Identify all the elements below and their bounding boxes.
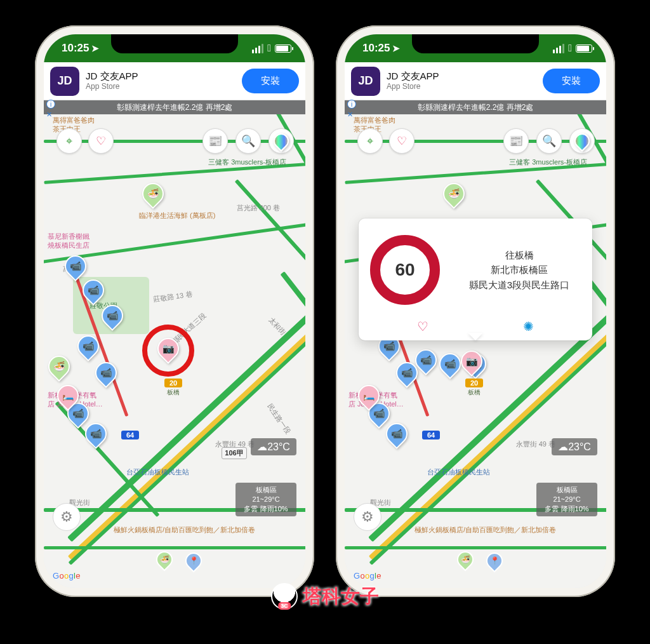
battery-icon	[275, 44, 291, 53]
weather-forecast-chip[interactable]: 板橋區 21~29°C 多雲 降雨10%	[536, 483, 597, 516]
map-label: 萬得富爸爸肉	[53, 116, 95, 125]
map-label: 極鮮火鍋板橋店/自助百匯吃到飽／新北加倍卷	[415, 526, 516, 535]
route-shield-20: 20 板橋	[465, 379, 483, 397]
google-logo: Google	[354, 571, 381, 580]
cctv-pin[interactable]: 📹	[95, 362, 117, 387]
map-label: 三健客 3musclers-板橋店	[208, 158, 286, 167]
ad-banner[interactable]: JD JD 交友APP App Store 安裝 i ✕	[44, 62, 305, 100]
cctv-pin[interactable]: 📹	[85, 423, 107, 448]
highlight-ring	[142, 325, 194, 377]
watermark: 塔科女子	[271, 583, 379, 610]
poi-food-pin[interactable]: 🍜	[142, 183, 164, 208]
news-button[interactable]: 📰	[503, 128, 529, 154]
phone-right: 10:25 ➤ 􀙇 JD JD 交友APP App Store 安裝 i ✕	[336, 25, 615, 597]
phone-left: 10:25 ➤ 􀙇 JD JD 交友APP App Store 安裝 i ✕	[35, 25, 314, 597]
cellular-icon	[252, 44, 263, 53]
wifi-icon: 􀙇	[568, 43, 572, 54]
weather-forecast-chip[interactable]: 板橋區 21~29°C 多雲 降雨10%	[235, 483, 296, 516]
news-button[interactable]: 📰	[202, 128, 228, 154]
map-label: 三健客 3musclers-板橋店	[509, 158, 587, 167]
map-label: 燒板橋民生店	[48, 241, 90, 250]
route-shield-64: 64	[422, 431, 440, 439]
settings-button[interactable]: ⚙	[354, 503, 381, 531]
poi-food-pin[interactable]: 🍜	[48, 356, 70, 381]
ad-title: JD 交友APP	[387, 70, 536, 83]
cctv-pin[interactable]: 📹	[77, 335, 99, 361]
ad-app-icon: JD	[50, 67, 79, 96]
map-label: 永豐街 49 巷	[516, 439, 555, 449]
map-label: 台亞石油板橋民生站	[126, 467, 189, 477]
search-button[interactable]: 🔍	[235, 128, 261, 154]
route-shield-106a: 106甲	[222, 447, 247, 459]
ad-subtitle: App Store	[86, 82, 235, 91]
layers-button[interactable]	[569, 128, 595, 154]
favorites-button[interactable]: ♡	[88, 128, 114, 154]
layers-button[interactable]	[269, 128, 294, 154]
status-time: 10:25	[62, 42, 89, 55]
ad-subtitle: App Store	[387, 82, 536, 91]
ad-banner[interactable]: JD JD 交友APP App Store 安裝 i ✕	[345, 62, 606, 100]
route-shield-20: 20 板橋	[164, 379, 182, 397]
notch	[111, 34, 238, 53]
locate-button[interactable]: ⌖	[357, 128, 383, 154]
weather-now-chip[interactable]: ☁23°C	[552, 438, 597, 455]
ad-app-icon: JD	[351, 67, 380, 96]
search-button[interactable]: 🔍	[536, 128, 562, 154]
hotel-pin[interactable]: 🛏️	[57, 385, 79, 410]
speed-limit-badge: 60	[370, 235, 440, 305]
ad-close-icon[interactable]: ✕	[347, 111, 353, 119]
map-label: 台亞石油板橋民生站	[427, 467, 490, 477]
popup-favorite-button[interactable]: ♡	[417, 319, 428, 334]
wifi-icon: 􀙇	[267, 43, 271, 54]
locate-button[interactable]: ⌖	[56, 128, 82, 154]
route-shield-64: 64	[121, 431, 139, 439]
map-label: 萬得富爸爸肉	[354, 116, 395, 125]
cellular-icon	[553, 44, 564, 53]
popup-report-button[interactable]: ✺	[523, 319, 534, 334]
ad-title: JD 交友APP	[86, 70, 235, 83]
ad-info-icon[interactable]: i	[46, 100, 55, 109]
map-label: 極鮮火鍋板橋店/自助百匯吃到飽／新北加倍卷	[114, 526, 215, 535]
weather-now-chip[interactable]: ☁23°C	[251, 438, 296, 455]
battery-icon	[576, 44, 592, 53]
popup-location-text: 往板橋 新北市板橋區 縣民大道3段與民生路口	[458, 248, 581, 292]
status-time: 10:25	[362, 42, 390, 55]
speed-camera-pin[interactable]: 📷	[461, 351, 482, 376]
map-canvas[interactable]: 萬得富爸爸肉 茶王中王 三健客 3musclers-板橋店 新板傑仕堡有氧 店 …	[345, 114, 606, 588]
cctv-pin[interactable]: 📹	[396, 362, 418, 387]
settings-button[interactable]: ⚙	[53, 503, 81, 531]
notch	[412, 34, 539, 53]
location-arrow-icon: ➤	[392, 43, 400, 53]
google-logo: Google	[53, 571, 81, 580]
watermark-text: 塔科女子	[303, 584, 379, 610]
ad-install-button[interactable]: 安裝	[543, 69, 600, 93]
ad-close-icon[interactable]: ✕	[46, 111, 52, 119]
cctv-pin[interactable]: 📹	[439, 353, 461, 379]
camera-info-popup: 60 往板橋 新北市板橋區 縣民大道3段與民生路口 ♡ ✺	[359, 218, 592, 340]
watermark-avatar	[271, 583, 298, 610]
cctv-pin[interactable]: 📹	[102, 305, 123, 330]
cctv-pin[interactable]: 📹	[386, 423, 408, 448]
cctv-pin[interactable]: 📹	[65, 255, 86, 281]
favorites-button[interactable]: ♡	[389, 128, 415, 154]
poi-food-pin[interactable]: 🍜	[443, 183, 465, 208]
hotel-pin[interactable]: 🛏️	[358, 385, 380, 410]
news-ticker[interactable]: 彰縣測速桿去年進帳2.2億 再增2處	[345, 100, 606, 114]
cctv-pin[interactable]: 📹	[83, 279, 104, 305]
news-ticker[interactable]: 彰縣測速桿去年進帳2.2億 再增2處	[44, 100, 305, 114]
location-arrow-icon: ➤	[91, 43, 99, 53]
map-label: 臨洋港生活海鮮 (萬板店)	[139, 211, 215, 220]
map-canvas[interactable]: 萬得富爸爸肉 茶王中王 三健客 3musclers-板橋店 莒光路 200 巷 …	[44, 114, 305, 588]
ad-install-button[interactable]: 安裝	[242, 69, 299, 93]
ad-info-icon[interactable]: i	[347, 100, 356, 109]
cctv-pin[interactable]: 📹	[415, 349, 437, 375]
map-label: 慕尼新香榭鐵	[48, 232, 90, 241]
map-label: 莒光路 200 巷	[237, 203, 280, 213]
